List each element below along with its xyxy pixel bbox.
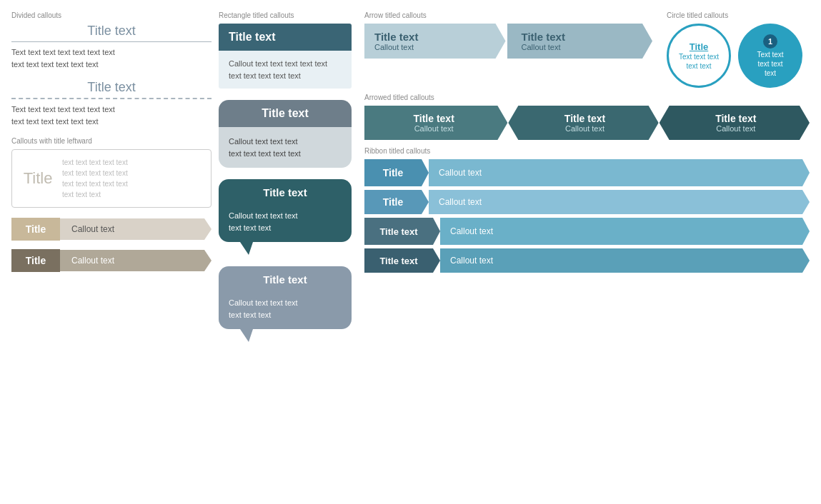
divided-body-2: Text text text text text text texttext t… <box>11 104 212 127</box>
leftward-box-title: Title <box>21 169 55 188</box>
bubble-gray-outer: Title text Callout text text texttext te… <box>219 266 352 329</box>
divided-title-2: Title text <box>11 80 212 99</box>
ribbon-4-title: Title text <box>364 248 433 273</box>
divided-body-1: Text text text text text text texttext t… <box>11 46 212 70</box>
bubble-gray-body: Callout text text texttext text text <box>219 291 352 329</box>
arrow-row2-title: Title <box>11 249 60 272</box>
light-arrow-1: Title text Callout text <box>364 24 506 59</box>
arrow-callout-row-2: Title Callout text <box>11 249 212 272</box>
arrowed-1-title: Title text <box>374 113 493 124</box>
ribbon-2-body: Callout text <box>429 190 810 214</box>
rounded-callout: Title text Callout text text texttext te… <box>219 100 352 168</box>
ribbon-1-fold <box>422 159 429 186</box>
bubble-dark-body: Callout text text texttext text text <box>219 204 352 242</box>
bubble-gray-header: Title text <box>219 266 352 291</box>
leftward-box-body: text text text text text text text text … <box>55 157 128 200</box>
rect-header-1: Title text <box>219 24 352 51</box>
page: Divided callouts Title text Text text te… <box>0 0 821 504</box>
ribbon-3-fold <box>433 218 440 245</box>
bubble-dark-header: Title text <box>219 179 352 204</box>
arrowed-titled-section: Arrowed titled callouts Title text Callo… <box>364 94 810 140</box>
leftward-box: Title text text text text text text text… <box>11 149 212 208</box>
column-3: Arrow titled callouts Title text Callout… <box>362 11 810 493</box>
bubble-gray-tail <box>240 329 253 342</box>
ribbon-2-title: Title <box>364 190 422 214</box>
ribbon-3-body: Callout text <box>440 218 810 245</box>
divided-callout-1: Title text Text text text text text text… <box>11 24 212 70</box>
bubble-dark-tail <box>240 242 253 255</box>
rounded-body: Callout text text texttext text text tex… <box>219 127 352 168</box>
bubble-callout-dark: Title text Callout text text texttext te… <box>219 179 352 255</box>
light-arrow-2-body: Callout text <box>522 43 636 51</box>
arrowed-item-2: Title text Callout text <box>508 106 658 140</box>
rounded-header: Title text <box>219 100 352 127</box>
circle-titled-label: Circle titled callouts <box>667 11 810 19</box>
ribbon-4-fold <box>433 248 440 273</box>
light-arrow-1-title: Title text <box>374 31 489 43</box>
rect-callouts-label: Rectangle titled callouts <box>219 11 352 19</box>
divided-title-1: Title text <box>11 24 212 42</box>
ribbon-4-body: Callout text <box>440 248 810 273</box>
bubble-dark-outer: Title text Callout text text texttext te… <box>219 179 352 242</box>
arrowed-3-title: Title text <box>677 113 795 124</box>
ribbon-row-1: Title Callout text <box>364 159 810 186</box>
arrowed-item-3: Title text Callout text <box>660 106 810 140</box>
bubble-callout-gray: Title text Callout text text texttext te… <box>219 266 352 342</box>
arrow-row1-body: Callout text <box>60 218 212 240</box>
arrowed-3-body: Callout text <box>677 124 795 133</box>
leftward-label: Callouts with title leftward <box>11 137 212 145</box>
light-arrow-2-title: Title text <box>522 31 636 43</box>
arrow-titled-section: Arrow titled callouts Title text Callout… <box>364 11 652 88</box>
ribbon-section: Ribbon titled callouts Title Callout tex… <box>364 147 810 273</box>
circle-outline-title: Title <box>690 41 709 52</box>
circle-filled: 1 Text texttext texttext <box>738 24 802 88</box>
ribbon-row-3: Title text Callout text <box>364 218 810 245</box>
arrow-callout-row-1: Title Callout text <box>11 218 212 241</box>
ribbon-label: Ribbon titled callouts <box>364 147 810 155</box>
circle-outline: Title Text text texttext text <box>667 24 731 88</box>
ribbon-row-2: Title Callout text <box>364 190 810 214</box>
circle-outline-body: Text text texttext text <box>679 52 719 71</box>
ribbon-row-4: Title text Callout text <box>364 248 810 273</box>
ribbon-1-body: Callout text <box>429 159 810 186</box>
divided-callout-2: Title text Text text text text text text… <box>11 80 212 127</box>
column-1: Divided callouts Title text Text text te… <box>11 11 219 493</box>
arrowed-2-body: Callout text <box>525 124 644 133</box>
arrowed-titled-label: Arrowed titled callouts <box>364 94 810 101</box>
ribbon-3-title: Title text <box>364 218 433 245</box>
divided-callouts-label: Divided callouts <box>11 11 212 19</box>
arrow-row1-title: Title <box>11 218 60 241</box>
arrowed-1-body: Callout text <box>374 124 493 133</box>
column-2: Rectangle titled callouts Title text Cal… <box>219 11 362 493</box>
arrowed-2-title: Title text <box>525 113 644 124</box>
arrowed-item-1: Title text Callout text <box>364 106 507 140</box>
circle-filled-body: Text texttext texttext <box>757 50 783 78</box>
circle-badge: 1 <box>763 34 777 49</box>
arrow-row2-body: Callout text <box>60 250 212 271</box>
ribbon-2-fold <box>422 190 429 214</box>
ribbon-1-title: Title <box>364 159 422 186</box>
arrow-titled-label: Arrow titled callouts <box>364 11 652 19</box>
rect-callout-1: Title text Callout text text text text t… <box>219 24 352 89</box>
rect-body-1: Callout text text text text texttext tex… <box>219 51 352 89</box>
light-arrow-2: Title text Callout text <box>507 24 653 59</box>
light-arrow-1-body: Callout text <box>374 43 489 51</box>
circle-titled-section: Circle titled callouts Title Text text t… <box>667 11 810 88</box>
